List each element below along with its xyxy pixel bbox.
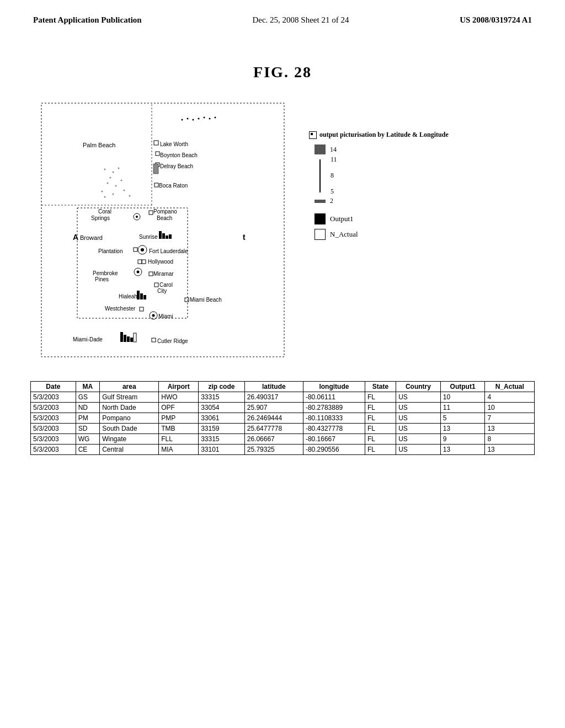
patent-number: US 2008/0319724 A1 — [460, 15, 532, 25]
map-svg: Palm Beach Lake Worth Boynton Beach Delr… — [33, 98, 298, 368]
legend-icon-output1 — [315, 213, 326, 224]
svg-text:Fort Lauderdale: Fort Lauderdale — [149, 248, 188, 254]
svg-text:Boynton Beach: Boynton Beach — [160, 152, 198, 158]
table-cell: MIA — [159, 445, 199, 455]
svg-text:Miami-Dade: Miami-Dade — [73, 336, 103, 342]
table-cell: Central — [100, 445, 159, 455]
col-zipcode: zip code — [199, 382, 245, 392]
col-country: Country — [396, 382, 441, 392]
table-cell: 4 — [485, 392, 535, 403]
table-cell: -80.16667 — [303, 434, 365, 445]
svg-rect-61 — [152, 338, 156, 342]
svg-point-70 — [115, 185, 117, 187]
table-cell: US — [396, 403, 441, 413]
scale-val-5: 5 — [331, 188, 337, 196]
table-cell: FL — [365, 434, 396, 445]
scale-val-8: 8 — [331, 172, 337, 180]
table-cell: HWO — [159, 392, 199, 403]
svg-point-15 — [136, 216, 138, 218]
svg-rect-41 — [154, 283, 158, 287]
scale-item-2: 2 — [315, 197, 532, 205]
table-cell: 26.490317 — [244, 392, 303, 403]
svg-rect-9 — [153, 164, 158, 174]
table-cell: South Dade — [100, 424, 159, 434]
table-cell: WG — [76, 434, 100, 445]
svg-text:Broward: Broward — [80, 234, 103, 241]
svg-point-73 — [113, 194, 114, 195]
table-cell: FL — [365, 413, 396, 424]
svg-rect-5 — [156, 152, 159, 156]
svg-point-68 — [110, 177, 111, 179]
scale-val-11: 11 — [331, 156, 337, 164]
col-area: area — [100, 382, 159, 392]
table-cell: 5/3/2003 — [31, 413, 76, 424]
svg-text:Delray Beach: Delray Beach — [160, 163, 193, 169]
svg-point-30 — [141, 248, 144, 251]
svg-rect-18 — [149, 211, 153, 215]
svg-rect-33 — [142, 260, 146, 264]
svg-text:Pompano: Pompano — [153, 208, 177, 215]
svg-point-78 — [187, 118, 189, 120]
svg-text:Lake Worth: Lake Worth — [160, 141, 188, 147]
svg-point-80 — [198, 118, 200, 120]
table-row: 5/3/2003SDSouth DadeTMB3315925.6477778-8… — [31, 424, 535, 434]
data-table: Date MA area Airport zip code latitude l… — [30, 381, 535, 455]
data-table-container: Date MA area Airport zip code latitude l… — [30, 381, 535, 455]
svg-text:Miami Beach: Miami Beach — [190, 297, 222, 303]
svg-point-75 — [129, 195, 131, 197]
svg-point-79 — [193, 119, 194, 121]
svg-text:City: City — [157, 288, 167, 294]
svg-rect-51 — [140, 307, 143, 311]
svg-point-66 — [113, 172, 114, 173]
svg-text:Westchester: Westchester — [105, 306, 136, 312]
col-output1: Output1 — [440, 382, 485, 392]
table-cell: 8 — [485, 434, 535, 445]
svg-point-40 — [137, 271, 140, 274]
svg-point-65 — [104, 169, 106, 170]
table-cell: ND — [76, 403, 100, 413]
svg-text:A: A — [73, 233, 78, 242]
table-cell: -80.06111 — [303, 392, 365, 403]
svg-text:Miramar: Miramar — [153, 271, 174, 277]
table-cell: 13 — [440, 424, 485, 434]
svg-rect-10 — [154, 183, 158, 187]
col-state: State — [365, 382, 396, 392]
svg-text:Hialeah: Hialeah — [119, 293, 137, 299]
table-cell: -80.1108333 — [303, 413, 365, 424]
legend-icon-nactual — [315, 229, 326, 240]
col-longitude: longitude — [303, 382, 365, 392]
svg-text:Cutler Ridge: Cutler Ridge — [157, 338, 188, 344]
table-cell: PM — [76, 413, 100, 424]
svg-point-83 — [215, 117, 216, 119]
legend-container: output picturisation by Latitude & Longi… — [303, 98, 532, 370]
table-cell: 5/3/2003 — [31, 403, 76, 413]
svg-text:Beach: Beach — [157, 215, 172, 221]
table-cell: 26.2469444 — [244, 413, 303, 424]
legend-scale: 14 11 8 5 2 — [315, 144, 532, 205]
table-cell: 13 — [440, 445, 485, 455]
svg-point-76 — [104, 196, 106, 198]
svg-text:Palm Beach: Palm Beach — [83, 142, 115, 148]
table-cell: 33315 — [199, 392, 245, 403]
svg-rect-23 — [159, 231, 162, 239]
date-sheet-label: Dec. 25, 2008 Sheet 21 of 24 — [252, 15, 349, 25]
svg-text:Boca Raton: Boca Raton — [159, 183, 188, 189]
table-cell: OPF — [159, 403, 199, 413]
table-cell: 25.79325 — [244, 445, 303, 455]
table-cell: US — [396, 445, 441, 455]
map-container: Palm Beach Lake Worth Boynton Beach Delr… — [33, 98, 298, 370]
svg-text:Springs: Springs — [91, 215, 110, 221]
table-cell: 5/3/2003 — [31, 424, 76, 434]
svg-point-72 — [102, 191, 103, 192]
legend-items: Output1 N_Actual — [315, 213, 532, 240]
svg-rect-32 — [138, 260, 142, 264]
table-row: 5/3/2003CECentralMIA3310125.79325-80.290… — [31, 445, 535, 455]
svg-point-74 — [124, 190, 125, 191]
table-cell: North Dade — [100, 403, 159, 413]
table-row: 5/3/2003PMPompanoPMP3306126.2469444-80.1… — [31, 413, 535, 424]
table-cell: 13 — [485, 445, 535, 455]
svg-rect-58 — [127, 336, 130, 342]
svg-rect-28 — [134, 248, 137, 251]
svg-point-82 — [209, 118, 211, 120]
table-cell: 10 — [440, 392, 485, 403]
